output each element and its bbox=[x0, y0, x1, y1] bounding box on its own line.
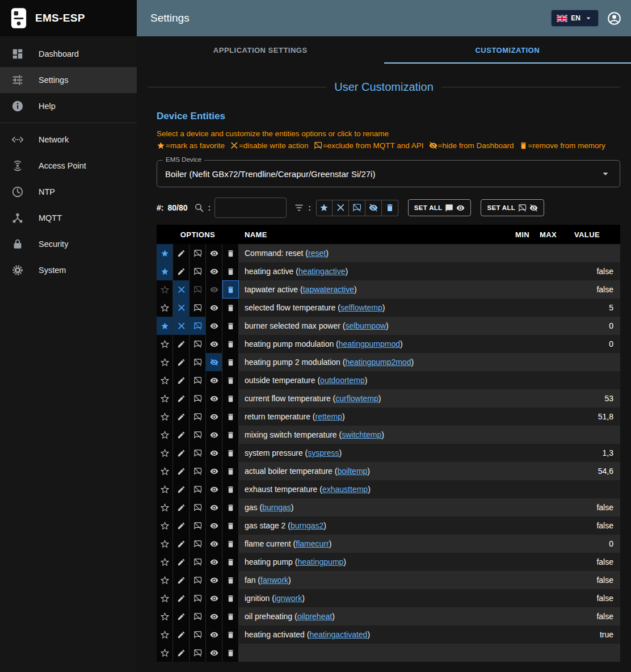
favorite-toggle[interactable] bbox=[157, 625, 173, 644]
favorite-toggle[interactable] bbox=[157, 371, 173, 389]
filter-remove-toggle[interactable] bbox=[382, 200, 398, 216]
write-toggle[interactable] bbox=[173, 353, 190, 371]
write-toggle[interactable] bbox=[173, 480, 190, 498]
favorite-toggle[interactable] bbox=[157, 335, 173, 353]
sidebar-item-help[interactable]: Help bbox=[0, 93, 137, 119]
entity-name[interactable]: system pressure (syspress) bbox=[239, 448, 502, 457]
favorite-toggle[interactable] bbox=[157, 426, 173, 444]
hide-toggle[interactable] bbox=[206, 644, 222, 662]
entity-name[interactable]: gas (burngas) bbox=[239, 503, 502, 512]
favorite-toggle[interactable] bbox=[157, 571, 173, 589]
filter-hide-toggle[interactable] bbox=[365, 200, 382, 216]
sidebar-item-network[interactable]: Network bbox=[0, 127, 137, 153]
hide-toggle[interactable] bbox=[206, 498, 222, 516]
entity-name[interactable]: oil preheating (oilpreheat) bbox=[239, 612, 502, 621]
entity-shortname-link[interactable]: heatingpump2mod bbox=[345, 358, 411, 367]
hide-toggle[interactable] bbox=[206, 535, 222, 553]
entity-name[interactable]: burner selected max power (selburnpow) bbox=[239, 321, 502, 330]
exclude-mqtt-toggle[interactable] bbox=[190, 371, 206, 389]
favorite-toggle[interactable] bbox=[157, 353, 173, 371]
hide-toggle[interactable] bbox=[206, 299, 222, 317]
hide-toggle[interactable] bbox=[206, 480, 222, 498]
entity-shortname-link[interactable]: boiltemp bbox=[337, 467, 367, 476]
remove-toggle[interactable] bbox=[222, 535, 239, 553]
hide-toggle[interactable] bbox=[206, 462, 222, 480]
tab-application-settings[interactable]: APPLICATION SETTINGS bbox=[137, 36, 384, 64]
favorite-toggle[interactable] bbox=[157, 498, 173, 516]
exclude-mqtt-toggle[interactable] bbox=[190, 644, 206, 662]
exclude-mqtt-toggle[interactable] bbox=[190, 408, 206, 426]
sidebar-item-mqtt[interactable]: MQTT bbox=[0, 205, 137, 231]
entity-name[interactable]: mixing switch temperature (switchtemp) bbox=[239, 430, 502, 439]
hide-toggle[interactable] bbox=[206, 589, 222, 607]
hide-toggle[interactable] bbox=[206, 607, 222, 625]
write-toggle[interactable] bbox=[173, 408, 190, 426]
entity-shortname-link[interactable]: oilpreheat bbox=[297, 612, 333, 621]
exclude-mqtt-toggle[interactable] bbox=[190, 389, 206, 408]
remove-toggle[interactable] bbox=[222, 553, 239, 571]
exclude-mqtt-toggle[interactable] bbox=[190, 625, 206, 644]
write-toggle[interactable] bbox=[173, 244, 190, 262]
remove-toggle[interactable] bbox=[222, 516, 239, 535]
hide-toggle[interactable] bbox=[206, 244, 222, 262]
entity-shortname-link[interactable]: outdoortemp bbox=[320, 376, 365, 385]
entity-name[interactable]: actual boiler temperature (boiltemp) bbox=[239, 467, 502, 476]
entity-shortname-link[interactable]: heatingpumpmod bbox=[339, 339, 400, 348]
exclude-mqtt-toggle[interactable] bbox=[190, 571, 206, 589]
remove-toggle[interactable] bbox=[222, 607, 239, 625]
exclude-mqtt-toggle[interactable] bbox=[190, 299, 206, 317]
write-toggle[interactable] bbox=[173, 607, 190, 625]
favorite-toggle[interactable] bbox=[157, 389, 173, 408]
favorite-toggle[interactable] bbox=[157, 607, 173, 625]
hide-toggle[interactable] bbox=[206, 353, 222, 371]
exclude-mqtt-toggle[interactable] bbox=[190, 335, 206, 353]
sidebar-item-security[interactable]: Security bbox=[0, 231, 137, 257]
entity-name[interactable]: return temperature (rettemp) bbox=[239, 412, 502, 421]
favorite-toggle[interactable] bbox=[157, 408, 173, 426]
remove-toggle[interactable] bbox=[222, 371, 239, 389]
entity-shortname-link[interactable]: syspress bbox=[308, 448, 339, 457]
filter-disable-write-toggle[interactable] bbox=[333, 200, 349, 216]
entity-shortname-link[interactable]: reset bbox=[308, 249, 326, 258]
hide-toggle[interactable] bbox=[206, 408, 222, 426]
entity-shortname-link[interactable]: burngas2 bbox=[291, 521, 323, 530]
entity-name[interactable]: outside temperature (outdoortemp) bbox=[239, 376, 502, 385]
hide-toggle[interactable] bbox=[206, 389, 222, 408]
write-toggle[interactable] bbox=[173, 317, 190, 335]
write-toggle[interactable] bbox=[173, 462, 190, 480]
exclude-mqtt-toggle[interactable] bbox=[190, 480, 206, 498]
write-toggle[interactable] bbox=[173, 516, 190, 535]
sidebar-item-access-point[interactable]: Access Point bbox=[0, 153, 137, 179]
entity-name[interactable]: fan (fanwork) bbox=[239, 576, 502, 585]
hide-toggle[interactable] bbox=[206, 335, 222, 353]
ems-device-select[interactable]: EMS Device Boiler (Nefit GBx72/Trendline… bbox=[157, 160, 620, 187]
exclude-mqtt-toggle[interactable] bbox=[190, 589, 206, 607]
entity-shortname-link[interactable]: heatingactivated bbox=[309, 630, 367, 639]
favorite-toggle[interactable] bbox=[157, 280, 173, 299]
exclude-mqtt-toggle[interactable] bbox=[190, 244, 206, 262]
exclude-mqtt-toggle[interactable] bbox=[190, 444, 206, 462]
sidebar-item-dashboard[interactable]: Dashboard bbox=[0, 41, 137, 67]
favorite-toggle[interactable] bbox=[157, 535, 173, 553]
hide-toggle[interactable] bbox=[206, 571, 222, 589]
write-toggle[interactable] bbox=[173, 299, 190, 317]
language-selector[interactable]: EN bbox=[551, 10, 599, 27]
entity-name[interactable]: heating active (heatingactive) bbox=[239, 267, 502, 276]
write-toggle[interactable] bbox=[173, 498, 190, 516]
hide-toggle[interactable] bbox=[206, 444, 222, 462]
write-toggle[interactable] bbox=[173, 444, 190, 462]
write-toggle[interactable] bbox=[173, 280, 190, 299]
entity-name[interactable]: exhaust temperature (exhausttemp) bbox=[239, 485, 502, 494]
entity-shortname-link[interactable]: heatingactive bbox=[298, 267, 346, 276]
entity-name[interactable]: Command: reset (reset) bbox=[239, 249, 502, 258]
favorite-toggle[interactable] bbox=[157, 553, 173, 571]
favorite-toggle[interactable] bbox=[157, 589, 173, 607]
exclude-mqtt-toggle[interactable] bbox=[190, 607, 206, 625]
entity-shortname-link[interactable]: switchtemp bbox=[342, 430, 381, 439]
hide-toggle[interactable] bbox=[206, 317, 222, 335]
sidebar-item-ntp[interactable]: NTP bbox=[0, 179, 137, 205]
remove-toggle[interactable] bbox=[222, 317, 239, 335]
account-button[interactable] bbox=[607, 11, 622, 26]
favorite-toggle[interactable] bbox=[157, 480, 173, 498]
entity-name[interactable]: heating pump (heatingpump) bbox=[239, 557, 502, 566]
